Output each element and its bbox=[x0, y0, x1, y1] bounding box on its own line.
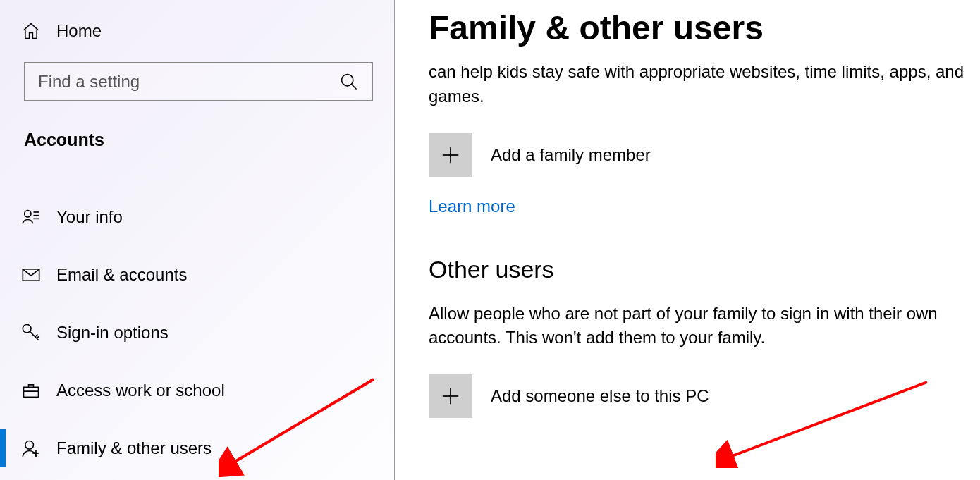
add-other-label: Add someone else to this PC bbox=[491, 386, 709, 406]
svg-point-9 bbox=[25, 441, 34, 450]
briefcase-icon bbox=[21, 381, 41, 400]
search-input[interactable] bbox=[38, 72, 339, 92]
plus-icon bbox=[429, 374, 472, 418]
sidebar-item-signin[interactable]: Sign-in options bbox=[3, 304, 394, 362]
plus-icon bbox=[429, 133, 472, 177]
home-nav[interactable]: Home bbox=[3, 8, 394, 54]
mail-icon bbox=[21, 265, 41, 285]
add-family-label: Add a family member bbox=[491, 145, 651, 165]
sidebar-item-family[interactable]: Family & other users bbox=[3, 419, 394, 477]
sidebar-item-label: Your info bbox=[56, 207, 123, 227]
sidebar-item-label: Email & accounts bbox=[56, 265, 187, 285]
svg-rect-8 bbox=[24, 387, 39, 397]
sidebar-item-your-info[interactable]: Your info bbox=[3, 188, 394, 246]
other-users-heading: Other users bbox=[429, 256, 966, 283]
sidebar-item-work-school[interactable]: Access work or school bbox=[3, 362, 394, 419]
search-box[interactable] bbox=[24, 62, 373, 101]
add-other-user-button[interactable]: Add someone else to this PC bbox=[429, 374, 966, 418]
add-family-member-button[interactable]: Add a family member bbox=[429, 133, 966, 177]
sidebar-item-email[interactable]: Email & accounts bbox=[3, 246, 394, 304]
other-users-description: Allow people who are not part of your fa… bbox=[429, 302, 966, 351]
svg-point-0 bbox=[342, 75, 353, 86]
nav-list: Your info Email & accounts Sign-in optio… bbox=[3, 188, 394, 477]
home-icon bbox=[21, 21, 41, 41]
page-title: Family & other users bbox=[429, 8, 966, 47]
sidebar-item-label: Sign-in options bbox=[56, 323, 169, 343]
svg-point-2 bbox=[25, 211, 31, 217]
search-icon bbox=[339, 72, 359, 92]
family-description: can help kids stay safe with appropriate… bbox=[429, 60, 966, 109]
sidebar-item-label: Family & other users bbox=[56, 438, 212, 458]
home-label: Home bbox=[56, 21, 102, 41]
person-add-icon bbox=[21, 438, 41, 458]
settings-sidebar: Home Accounts Your info Email & accounts… bbox=[0, 0, 395, 480]
person-card-icon bbox=[21, 207, 41, 227]
sidebar-item-label: Access work or school bbox=[56, 381, 225, 400]
key-icon bbox=[21, 323, 41, 343]
category-heading: Accounts bbox=[3, 117, 394, 163]
svg-line-1 bbox=[352, 85, 357, 90]
main-content: Family & other users can help kids stay … bbox=[395, 0, 980, 480]
learn-more-link[interactable]: Learn more bbox=[429, 197, 515, 216]
